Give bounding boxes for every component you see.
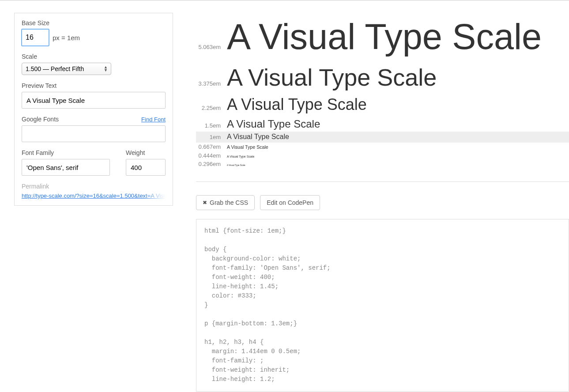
font-family-group: Font Family (22, 149, 110, 176)
em-label: 1.5em (196, 122, 221, 129)
scale-label: Scale (22, 53, 166, 60)
scale-sample: A Visual Type Scale (227, 155, 254, 159)
scale-row: 1.5emA Visual Type Scale (196, 116, 569, 132)
em-label: 0.296em (196, 161, 221, 167)
scale-sample: A Visual Type Scale (227, 132, 289, 142)
base-size-input[interactable] (22, 29, 49, 46)
preview-text-label: Preview Text (22, 82, 166, 89)
em-label: 5.063em (196, 44, 221, 50)
grab-css-label: Grab the CSS (210, 199, 248, 206)
scale-sample: A Visual Type Scale (227, 62, 437, 93)
edit-codepen-button[interactable]: Edit on CodePen (260, 195, 320, 210)
scale-row: 0.296emA Visual Type Scale (196, 160, 569, 168)
scale-sample: A Visual Type Scale (227, 94, 367, 115)
scale-select[interactable]: 1.500 — Perfect Fifth (22, 63, 111, 75)
weight-group: Weight (126, 149, 166, 176)
permalink-label: Permalink (22, 183, 166, 190)
scale-row: 1emA Visual Type Scale (196, 132, 569, 143)
scale-row: 0.667emA Visual Type Scale (196, 143, 569, 151)
css-output[interactable]: html {font-size: 1em;} body { background… (196, 219, 569, 392)
divider (196, 181, 569, 182)
scale-row: 3.375emA Visual Type Scale (196, 61, 569, 94)
scale-row: 0.444emA Visual Type Scale (196, 151, 569, 160)
scale-sample: A Visual Type Scale (227, 14, 542, 60)
google-fonts-label: Google Fonts (22, 116, 59, 123)
base-size-label: Base Size (22, 19, 166, 26)
em-label: 3.375em (196, 80, 221, 87)
close-icon: ✖ (203, 200, 207, 205)
edit-codepen-label: Edit on CodePen (267, 199, 313, 206)
find-font-link[interactable]: Find Font (141, 116, 166, 123)
scale-sample: A Visual Type Scale (227, 144, 268, 151)
scale-row: 5.063emA Visual Type Scale (196, 13, 569, 61)
grab-css-button[interactable]: ✖ Grab the CSS (196, 195, 255, 210)
em-label: 0.667em (196, 143, 221, 150)
font-family-label: Font Family (22, 149, 110, 156)
scale-row: 2.25emA Visual Type Scale (196, 94, 569, 116)
weight-label: Weight (126, 149, 166, 156)
permalink-link[interactable]: http://type-scale.com/?size=16&scale=1.5… (22, 192, 166, 199)
base-size-group: Base Size px = 1em (22, 19, 166, 46)
google-fonts-group: Google Fonts Find Font (22, 116, 166, 142)
preview-text-group: Preview Text (22, 82, 166, 109)
scale-sample: A Visual Type Scale (227, 164, 245, 167)
permalink-group: Permalink http://type-scale.com/?size=16… (22, 183, 166, 199)
google-fonts-input[interactable] (22, 125, 166, 142)
preview-area: 5.063emA Visual Type Scale3.375emA Visua… (173, 13, 569, 392)
controls-panel: Base Size px = 1em Scale 1.500 — Perfect… (14, 13, 173, 206)
base-size-unit: px = 1em (53, 34, 80, 41)
preview-text-input[interactable] (22, 92, 166, 109)
em-label: 1em (196, 134, 221, 140)
scale-group: Scale 1.500 — Perfect Fifth ▲▼ (22, 53, 166, 75)
scale-sample: A Visual Type Scale (227, 117, 320, 131)
font-family-input[interactable] (22, 159, 110, 176)
em-label: 2.25em (196, 105, 221, 111)
weight-input[interactable] (126, 159, 166, 176)
em-label: 0.444em (196, 152, 221, 159)
